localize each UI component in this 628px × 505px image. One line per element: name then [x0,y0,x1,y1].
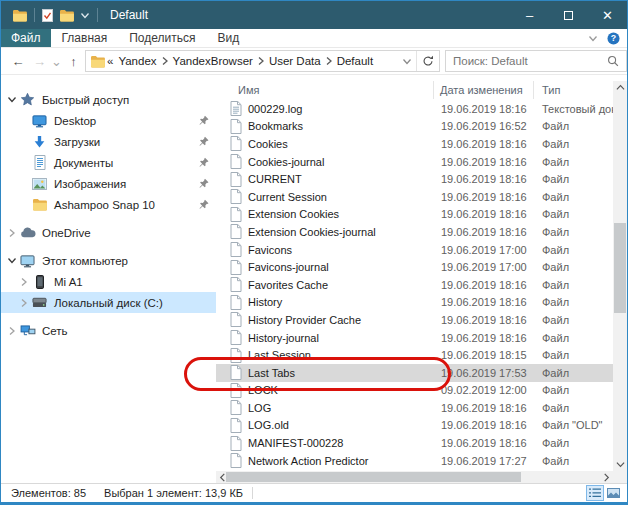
file-row[interactable]: MANIFEST-00022819.06.2019 18:16Файл [216,434,613,452]
pin-indicator[interactable] [199,199,209,212]
column-header-date[interactable]: Дата изменения [434,81,534,99]
details-view-button[interactable] [586,485,604,501]
expander[interactable] [5,256,19,265]
file-row[interactable]: Cookies-journal19.06.2019 18:16Файл [216,153,613,171]
chevron-right-icon[interactable] [325,56,333,66]
file-row[interactable]: LOG.old19.06.2019 18:16Файл "OLD" [216,417,613,435]
pin-indicator[interactable] [199,136,209,149]
sidebar-item-этот-компьютер[interactable]: Этот компьютер [1,250,216,271]
pin-indicator[interactable] [199,157,209,170]
expander[interactable] [5,95,19,104]
close-button[interactable]: ✕ [588,1,627,29]
sidebar-item-сеть[interactable]: Сеть [1,320,216,341]
expander[interactable] [17,277,31,287]
forward-button[interactable]: → [29,54,50,69]
tab-поделиться[interactable]: Поделиться [118,29,206,47]
column-header-name[interactable]: Имя [216,81,434,99]
breadcrumb-segment[interactable]: User Data [266,55,324,67]
file-row[interactable]: 000229.log19.06.2019 18:16Текстовый доку… [216,100,613,118]
sidebar-item-загрузки[interactable]: Загрузки [1,131,216,152]
sidebar-item-документы[interactable]: Документы [1,152,216,173]
status-separator [252,487,253,499]
sidebar-item-desktop[interactable]: Desktop [1,110,216,131]
file-row[interactable]: History-journal19.06.2019 18:16Файл [216,329,613,347]
file-icon [229,418,242,433]
sidebar-item-изображения[interactable]: Изображения [1,173,216,194]
column-header-type[interactable]: Тип [534,81,613,99]
vertical-scrollbar-thumb[interactable] [614,223,626,313]
maximize-button[interactable] [549,1,588,29]
file-row[interactable]: History Provider Cache19.06.2019 18:16Фа… [216,311,613,329]
file-text-icon [229,101,242,116]
file-row[interactable]: Network Action Predictor19.06.2019 17:27… [216,452,613,470]
expander[interactable] [5,228,19,238]
file-row[interactable]: Favicons19.06.2019 17:00Файл [216,241,613,259]
chevron-down-icon[interactable] [402,57,412,66]
chevron-right-icon[interactable] [257,56,265,66]
tab-главная[interactable]: Главная [51,29,119,47]
file-row[interactable]: Cookies19.06.2019 18:16Файл [216,135,613,153]
search-box[interactable]: Поиск: Default [445,50,627,72]
sidebar-item-label: Этот компьютер [42,255,128,267]
tab-вид[interactable]: Вид [206,29,250,47]
file-row[interactable]: Bookmarks19.06.2019 16:52Файл [216,118,613,136]
file-row[interactable]: Favorites Cache19.06.2019 18:16Файл [216,276,613,294]
file-row[interactable]: History19.06.2019 18:16Файл [216,294,613,312]
chevron-down-icon[interactable] [80,11,90,20]
file-row[interactable]: Extension Cookies19.06.2019 18:16Файл [216,206,613,224]
sidebar-item-локальный-диск-c-[interactable]: Локальный диск (C:) [1,292,216,313]
pin-indicator[interactable] [199,178,209,191]
back-button[interactable]: ← [7,54,29,69]
file-icon [229,136,242,151]
sidebar-item-ashampoo-snap-10[interactable]: Ashampoo Snap 10 [1,194,216,215]
scroll-down-icon[interactable] [613,458,627,471]
file-row[interactable]: CURRENT19.06.2019 18:16Файл [216,170,613,188]
chevron-down-icon [7,256,17,265]
breadcrumb-segment[interactable]: Default [334,55,376,67]
sidebar-item-onedrive[interactable]: OneDrive [1,222,216,243]
scroll-right-icon[interactable] [600,471,613,483]
magnifier-icon[interactable] [607,55,619,67]
sidebar-item-mi-a1[interactable]: Mi A1 [1,271,216,292]
file-icon [229,154,242,169]
refresh-icon[interactable] [417,55,439,67]
file-row[interactable]: Last Tabs19.06.2019 17:53Файл [216,364,613,382]
chevron-down-icon[interactable] [588,34,598,43]
breadcrumb-prefix: « [105,55,115,67]
file-type: Файл [534,244,613,256]
thumbnails-view-button[interactable] [604,485,622,501]
folder-icon[interactable] [59,9,74,22]
sidebar-item-label: OneDrive [42,227,91,239]
recent-locations-dropdown[interactable]: ⌄ [50,54,63,69]
chevron-right-icon[interactable] [161,56,169,66]
file-row[interactable]: LOG19.06.2019 18:16Файл [216,399,613,417]
breadcrumb-segment[interactable]: YandexBrowser [170,55,256,67]
up-button[interactable]: ↑ [63,54,84,69]
file-icon [229,189,242,204]
file-icon [229,348,242,363]
file-row[interactable]: Favicons-journal19.06.2019 17:00Файл [216,258,613,276]
address-bar[interactable]: « YandexYandexBrowserUser DataDefault [85,50,440,72]
horizontal-scrollbar-thumb[interactable] [226,472,521,482]
file-row[interactable]: LOCK09.02.2019 12:00Файл [216,382,613,400]
chevron-right-icon [8,228,16,238]
search-input[interactable]: Поиск: Default [453,55,607,67]
details-view-icon [589,488,601,498]
minimize-button[interactable]: – [510,1,549,29]
doc-check-icon[interactable] [42,9,53,22]
pin-icon [199,199,209,210]
cloud-icon [19,227,36,238]
sidebar-item-быстрый-доступ[interactable]: Быстрый доступ [1,89,216,110]
breadcrumb-segment[interactable]: Yandex [115,55,159,67]
scroll-up-icon[interactable] [613,81,627,94]
file-row[interactable]: Last Session19.06.2019 18:15Файл [216,346,613,364]
picture-icon [31,178,48,190]
file-row[interactable]: Extension Cookies-journal19.06.2019 18:1… [216,223,613,241]
tab-file[interactable]: Файл [1,29,51,47]
file-row[interactable]: Current Session19.06.2019 18:16Файл [216,188,613,206]
pin-indicator[interactable] [199,115,209,128]
help-icon[interactable]: ? [607,32,620,45]
ribbon-tabs-bar: ФайлГлавнаяПоделитьсяВид ? [1,29,627,48]
expander[interactable] [5,326,19,336]
expander[interactable] [17,298,31,308]
